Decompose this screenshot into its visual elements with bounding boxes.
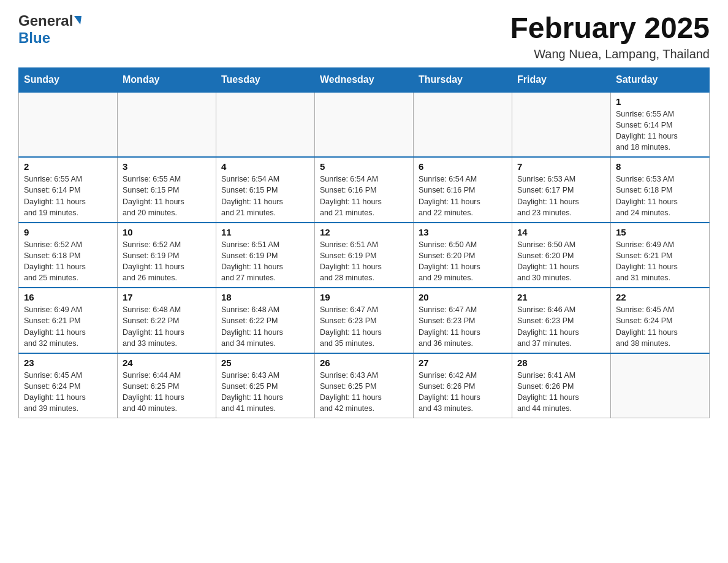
day-info: Sunrise: 6:41 AM Sunset: 6:26 PM Dayligh… xyxy=(517,370,605,415)
logo: General Blue xyxy=(18,12,82,47)
page-header: General Blue February 2025 Wang Nuea, La… xyxy=(18,12,710,61)
calendar-day-cell: 16Sunrise: 6:49 AM Sunset: 6:21 PM Dayli… xyxy=(19,288,118,353)
day-number: 11 xyxy=(221,227,309,237)
logo-general-text: General xyxy=(18,12,73,29)
calendar-day-cell: 6Sunrise: 6:54 AM Sunset: 6:16 PM Daylig… xyxy=(414,157,512,223)
calendar-day-cell: 28Sunrise: 6:41 AM Sunset: 6:26 PM Dayli… xyxy=(512,353,611,418)
day-number: 23 xyxy=(24,358,112,368)
day-number: 25 xyxy=(221,358,309,368)
calendar-day-cell: 25Sunrise: 6:43 AM Sunset: 6:25 PM Dayli… xyxy=(216,353,315,418)
weekday-header-tuesday: Tuesday xyxy=(216,67,315,92)
weekday-header-wednesday: Wednesday xyxy=(315,67,414,92)
day-info: Sunrise: 6:54 AM Sunset: 6:15 PM Dayligh… xyxy=(221,174,309,218)
day-number: 8 xyxy=(616,161,704,172)
calendar-day-cell: 3Sunrise: 6:55 AM Sunset: 6:15 PM Daylig… xyxy=(118,157,216,223)
calendar-week-row: 2Sunrise: 6:55 AM Sunset: 6:14 PM Daylig… xyxy=(19,157,710,223)
calendar-day-cell xyxy=(611,353,710,418)
day-number: 21 xyxy=(517,292,605,302)
calendar-day-cell xyxy=(216,92,315,158)
calendar-body: 1Sunrise: 6:55 AM Sunset: 6:14 PM Daylig… xyxy=(19,92,710,418)
month-title: February 2025 xyxy=(510,12,710,45)
day-number: 19 xyxy=(320,292,408,302)
calendar-day-cell: 5Sunrise: 6:54 AM Sunset: 6:16 PM Daylig… xyxy=(315,157,414,223)
calendar-day-cell: 19Sunrise: 6:47 AM Sunset: 6:23 PM Dayli… xyxy=(315,288,414,353)
calendar-day-cell: 1Sunrise: 6:55 AM Sunset: 6:14 PM Daylig… xyxy=(611,92,710,158)
day-number: 3 xyxy=(123,161,211,172)
calendar-day-cell: 4Sunrise: 6:54 AM Sunset: 6:15 PM Daylig… xyxy=(216,157,315,223)
day-info: Sunrise: 6:51 AM Sunset: 6:19 PM Dayligh… xyxy=(221,239,309,284)
calendar-day-cell: 23Sunrise: 6:45 AM Sunset: 6:24 PM Dayli… xyxy=(19,353,118,418)
day-info: Sunrise: 6:42 AM Sunset: 6:26 PM Dayligh… xyxy=(419,370,507,415)
day-info: Sunrise: 6:44 AM Sunset: 6:25 PM Dayligh… xyxy=(123,370,211,415)
day-info: Sunrise: 6:55 AM Sunset: 6:14 PM Dayligh… xyxy=(616,109,704,153)
calendar-day-cell: 17Sunrise: 6:48 AM Sunset: 6:22 PM Dayli… xyxy=(118,288,216,353)
day-number: 12 xyxy=(320,227,408,237)
day-info: Sunrise: 6:43 AM Sunset: 6:25 PM Dayligh… xyxy=(320,370,408,415)
calendar-week-row: 23Sunrise: 6:45 AM Sunset: 6:24 PM Dayli… xyxy=(19,353,710,418)
calendar-day-cell: 10Sunrise: 6:52 AM Sunset: 6:19 PM Dayli… xyxy=(118,223,216,288)
logo-blue-text: Blue xyxy=(18,29,50,46)
calendar-day-cell: 14Sunrise: 6:50 AM Sunset: 6:20 PM Dayli… xyxy=(512,223,611,288)
day-number: 7 xyxy=(517,161,605,172)
day-number: 20 xyxy=(419,292,507,302)
day-number: 1 xyxy=(616,96,704,107)
day-number: 6 xyxy=(419,161,507,172)
calendar-week-row: 1Sunrise: 6:55 AM Sunset: 6:14 PM Daylig… xyxy=(19,92,710,158)
day-info: Sunrise: 6:50 AM Sunset: 6:20 PM Dayligh… xyxy=(517,239,605,284)
calendar-day-cell xyxy=(19,92,118,158)
day-number: 13 xyxy=(419,227,507,237)
calendar-day-cell: 9Sunrise: 6:52 AM Sunset: 6:18 PM Daylig… xyxy=(19,223,118,288)
calendar-day-cell: 27Sunrise: 6:42 AM Sunset: 6:26 PM Dayli… xyxy=(414,353,512,418)
calendar-day-cell: 8Sunrise: 6:53 AM Sunset: 6:18 PM Daylig… xyxy=(611,157,710,223)
day-number: 9 xyxy=(24,227,112,237)
day-number: 27 xyxy=(419,358,507,368)
day-number: 28 xyxy=(517,358,605,368)
weekday-header-row: SundayMondayTuesdayWednesdayThursdayFrid… xyxy=(19,67,710,92)
logo-triangle-icon xyxy=(74,16,82,25)
calendar-day-cell: 20Sunrise: 6:47 AM Sunset: 6:23 PM Dayli… xyxy=(414,288,512,353)
day-number: 26 xyxy=(320,358,408,368)
day-number: 24 xyxy=(123,358,211,368)
calendar-day-cell: 15Sunrise: 6:49 AM Sunset: 6:21 PM Dayli… xyxy=(611,223,710,288)
location-title: Wang Nuea, Lampang, Thailand xyxy=(510,47,710,61)
calendar-day-cell xyxy=(512,92,611,158)
day-info: Sunrise: 6:43 AM Sunset: 6:25 PM Dayligh… xyxy=(221,370,309,415)
day-number: 10 xyxy=(123,227,211,237)
calendar-day-cell xyxy=(414,92,512,158)
day-info: Sunrise: 6:48 AM Sunset: 6:22 PM Dayligh… xyxy=(123,304,211,349)
day-info: Sunrise: 6:55 AM Sunset: 6:15 PM Dayligh… xyxy=(123,174,211,218)
day-info: Sunrise: 6:52 AM Sunset: 6:18 PM Dayligh… xyxy=(24,239,112,284)
day-info: Sunrise: 6:54 AM Sunset: 6:16 PM Dayligh… xyxy=(320,174,408,218)
calendar-week-row: 9Sunrise: 6:52 AM Sunset: 6:18 PM Daylig… xyxy=(19,223,710,288)
day-info: Sunrise: 6:50 AM Sunset: 6:20 PM Dayligh… xyxy=(419,239,507,284)
calendar-day-cell xyxy=(118,92,216,158)
weekday-header-saturday: Saturday xyxy=(611,67,710,92)
weekday-header-friday: Friday xyxy=(512,67,611,92)
day-info: Sunrise: 6:53 AM Sunset: 6:17 PM Dayligh… xyxy=(517,174,605,218)
day-number: 14 xyxy=(517,227,605,237)
day-info: Sunrise: 6:52 AM Sunset: 6:19 PM Dayligh… xyxy=(123,239,211,284)
day-info: Sunrise: 6:49 AM Sunset: 6:21 PM Dayligh… xyxy=(616,239,704,284)
title-area: February 2025 Wang Nuea, Lampang, Thaila… xyxy=(510,12,710,61)
calendar-day-cell: 11Sunrise: 6:51 AM Sunset: 6:19 PM Dayli… xyxy=(216,223,315,288)
day-number: 15 xyxy=(616,227,704,237)
day-info: Sunrise: 6:47 AM Sunset: 6:23 PM Dayligh… xyxy=(419,304,507,349)
calendar-day-cell: 22Sunrise: 6:45 AM Sunset: 6:24 PM Dayli… xyxy=(611,288,710,353)
calendar-day-cell: 7Sunrise: 6:53 AM Sunset: 6:17 PM Daylig… xyxy=(512,157,611,223)
day-info: Sunrise: 6:51 AM Sunset: 6:19 PM Dayligh… xyxy=(320,239,408,284)
calendar-table: SundayMondayTuesdayWednesdayThursdayFrid… xyxy=(18,67,710,419)
day-number: 18 xyxy=(221,292,309,302)
calendar-day-cell: 13Sunrise: 6:50 AM Sunset: 6:20 PM Dayli… xyxy=(414,223,512,288)
day-info: Sunrise: 6:49 AM Sunset: 6:21 PM Dayligh… xyxy=(24,304,112,349)
day-number: 16 xyxy=(24,292,112,302)
calendar-day-cell: 12Sunrise: 6:51 AM Sunset: 6:19 PM Dayli… xyxy=(315,223,414,288)
day-number: 2 xyxy=(24,161,112,172)
calendar-header: SundayMondayTuesdayWednesdayThursdayFrid… xyxy=(19,67,710,92)
day-number: 22 xyxy=(616,292,704,302)
calendar-day-cell: 24Sunrise: 6:44 AM Sunset: 6:25 PM Dayli… xyxy=(118,353,216,418)
day-info: Sunrise: 6:54 AM Sunset: 6:16 PM Dayligh… xyxy=(419,174,507,218)
day-info: Sunrise: 6:45 AM Sunset: 6:24 PM Dayligh… xyxy=(616,304,704,349)
calendar-day-cell: 2Sunrise: 6:55 AM Sunset: 6:14 PM Daylig… xyxy=(19,157,118,223)
day-info: Sunrise: 6:47 AM Sunset: 6:23 PM Dayligh… xyxy=(320,304,408,349)
weekday-header-thursday: Thursday xyxy=(414,67,512,92)
